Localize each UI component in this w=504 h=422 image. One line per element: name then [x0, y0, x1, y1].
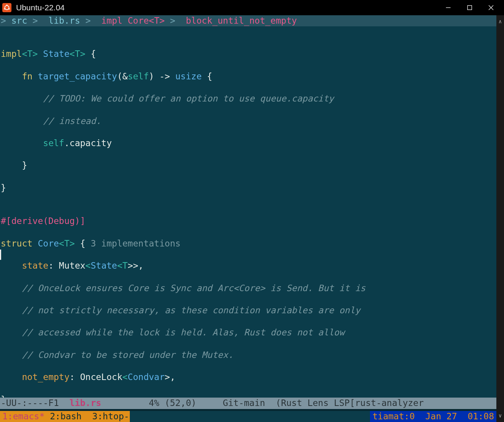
- tmux-time: 01:08: [468, 411, 494, 421]
- minimize-button[interactable]: [438, 0, 459, 15]
- code-line: not_empty: OnceLock<Condvar>,: [1, 372, 496, 383]
- scroll-down-icon[interactable]: ∨: [496, 410, 504, 421]
- tmux-window[interactable]: 3:htop-: [87, 411, 129, 421]
- code-comment: // TODO: We could offer an option to use…: [1, 93, 496, 104]
- code-line: self.capacity: [1, 138, 496, 149]
- breadcrumb: > src > lib.rs > impl Core<T> > block_un…: [0, 15, 496, 26]
- emacs-modeline: -UU-:----F1 lib.rs 4% (52,0) Git-main (R…: [0, 398, 496, 409]
- ubuntu-icon: [2, 3, 11, 12]
- tmux-status: 1:emacs* 2:bash 3:htop- tiamat:0 Jan 27 …: [0, 411, 496, 422]
- window-title: Ubuntu-22.04: [16, 2, 65, 13]
- code-attr: #[derive(Debug)]: [1, 216, 496, 227]
- tmux-window[interactable]: 2:bash: [45, 411, 87, 421]
- tmux-status-right: tiamat:0 Jan 27 01:08: [370, 411, 496, 422]
- tmux-window-active[interactable]: 1:emacs*: [2, 411, 45, 421]
- scroll-up-icon[interactable]: ∧: [496, 16, 504, 27]
- svg-rect-5: [468, 6, 472, 10]
- window-titlebar: Ubuntu-22.04: [0, 0, 504, 15]
- scrollbar[interactable]: ∧ ∨: [496, 15, 504, 422]
- code-comment: // not strictly necessary, as these cond…: [1, 305, 496, 316]
- breadcrumb-fn: block_until_not_empty: [186, 15, 297, 26]
- code-comment: // accessed while the lock is held. Alas…: [1, 327, 496, 338]
- tmux-date: Jan 27: [425, 411, 457, 421]
- svg-point-0: [5, 6, 9, 10]
- breadcrumb-impl: impl Core<T>: [101, 15, 165, 26]
- text-cursor: [0, 250, 1, 260]
- svg-point-2: [4, 8, 5, 10]
- code-line: impl<T> State<T> {: [1, 48, 496, 60]
- svg-point-1: [6, 5, 8, 6]
- code-line: state: Mutex<State<T>>,: [1, 260, 496, 271]
- close-button[interactable]: [480, 0, 502, 15]
- code-comment: // OnceLock ensures Core is Sync and Arc…: [1, 283, 496, 294]
- code-editor[interactable]: impl<T> State<T> { fn target_capacity(&s…: [0, 26, 496, 398]
- maximize-button[interactable]: [459, 0, 480, 15]
- code-line: }: [1, 394, 496, 398]
- code-line: fn target_capacity(&self) -> usize {: [1, 71, 496, 82]
- svg-point-3: [8, 8, 10, 10]
- breadcrumb-file: lib.rs: [48, 15, 80, 26]
- code-comment: // instead.: [1, 116, 496, 127]
- code-line: }: [1, 182, 496, 193]
- code-comment: // Condvar to be stored under the Mutex.: [1, 350, 496, 361]
- modeline-file: lib.rs: [69, 398, 101, 409]
- code-line: }: [1, 160, 496, 171]
- breadcrumb-src: src: [11, 15, 27, 26]
- tmux-windows[interactable]: 1:emacs* 2:bash 3:htop-: [0, 411, 130, 422]
- tmux-host: tiamat:0: [372, 411, 415, 421]
- code-line: struct Core<T> { 3 implementations: [1, 238, 496, 249]
